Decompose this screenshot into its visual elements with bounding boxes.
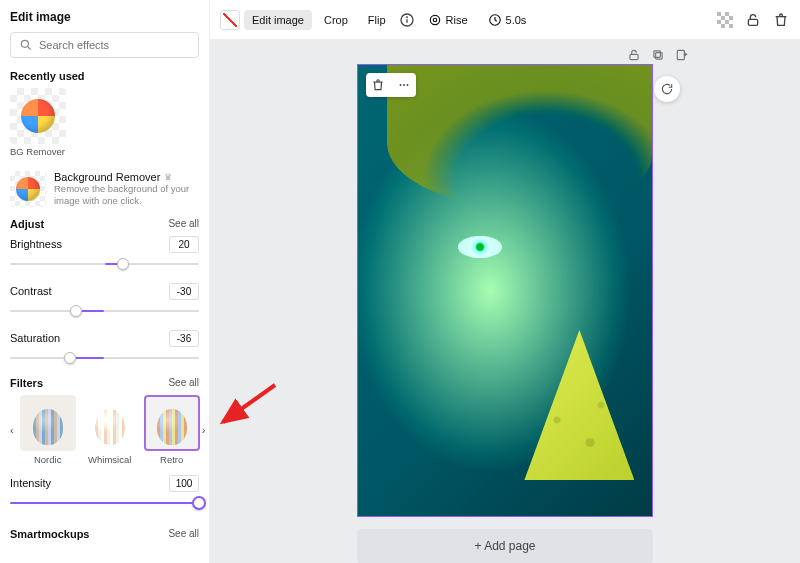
filter-label: Nordic — [20, 454, 76, 465]
filters-strip: ‹ Nordic Whimsical Retro › — [10, 395, 199, 465]
duplicate-page-icon[interactable] — [649, 46, 667, 64]
svg-rect-16 — [729, 24, 733, 28]
color-swatch-none[interactable] — [220, 10, 240, 30]
saturation-slider[interactable]: Saturation-36 — [10, 330, 199, 365]
brightness-value[interactable]: 20 — [169, 236, 199, 253]
image-float-toolbar — [366, 73, 416, 97]
duration-button[interactable]: 5.0s — [480, 9, 535, 31]
filter-retro[interactable]: Retro — [144, 395, 200, 465]
slider-knob[interactable] — [117, 258, 129, 270]
bg-remover-thumb — [10, 88, 66, 144]
filter-nordic[interactable]: Nordic — [20, 395, 76, 465]
balloon-icon — [157, 409, 187, 445]
smartmockups-see-all[interactable]: See all — [168, 528, 199, 539]
refresh-button[interactable] — [654, 76, 680, 102]
add-page-button[interactable]: + Add page — [357, 529, 653, 563]
svg-rect-13 — [717, 20, 721, 24]
duration-label: 5.0s — [506, 14, 527, 26]
svg-line-1 — [28, 47, 31, 50]
svg-point-26 — [407, 84, 409, 86]
animation-label: Rise — [446, 14, 468, 26]
beachball-icon — [16, 177, 40, 201]
slider-knob[interactable] — [192, 496, 206, 510]
page-lock-icon[interactable] — [625, 46, 643, 64]
clock-icon — [488, 13, 502, 27]
svg-rect-21 — [677, 50, 684, 59]
image-content — [358, 65, 652, 516]
brightness-slider[interactable]: Brightness20 — [10, 236, 199, 271]
filters-next-button[interactable]: › — [202, 423, 206, 437]
contrast-value[interactable]: -30 — [169, 283, 199, 300]
svg-point-24 — [400, 84, 402, 86]
animation-icon — [428, 13, 442, 27]
contrast-slider[interactable]: Contrast-30 — [10, 283, 199, 318]
add-page-icon[interactable] — [673, 46, 691, 64]
intensity-value[interactable]: 100 — [169, 475, 199, 492]
adjust-see-all[interactable]: See all — [168, 218, 199, 229]
lock-icon[interactable] — [744, 11, 762, 29]
filters-prev-button[interactable]: ‹ — [10, 423, 14, 437]
edit-image-button[interactable]: Edit image — [244, 10, 312, 30]
panel-title: Edit image — [10, 10, 199, 24]
transparency-icon[interactable] — [716, 11, 734, 29]
image-toolbar: Edit image Crop Flip Rise 5.0s — [210, 0, 800, 40]
more-options-button[interactable] — [396, 77, 412, 93]
bg-remover-title: Background Remover — [54, 171, 160, 183]
balloon-icon — [95, 409, 125, 445]
balloon-icon — [33, 409, 63, 445]
info-icon[interactable] — [398, 11, 416, 29]
page-tools — [625, 46, 691, 64]
search-effects-field[interactable] — [10, 32, 199, 58]
bg-remover-desc: Remove the background of your image with… — [54, 183, 199, 208]
svg-rect-17 — [748, 19, 757, 25]
canvas-area[interactable]: + Add page — [210, 40, 800, 563]
intensity-label: Intensity — [10, 477, 51, 489]
filters-see-all[interactable]: See all — [168, 377, 199, 388]
contrast-label: Contrast — [10, 285, 52, 297]
svg-rect-18 — [630, 54, 638, 59]
slider-knob[interactable] — [64, 352, 76, 364]
recently-used-item[interactable]: BG Remover — [10, 88, 66, 157]
svg-point-0 — [21, 40, 28, 47]
animation-button[interactable]: Rise — [420, 9, 476, 31]
svg-point-6 — [433, 18, 437, 22]
filter-label: Whimsical — [82, 454, 138, 465]
filters-heading: Filters — [10, 377, 43, 389]
slider-knob[interactable] — [70, 305, 82, 317]
recently-used-label: BG Remover — [10, 146, 66, 157]
recently-used-heading: Recently used — [10, 70, 85, 82]
filter-whimsical[interactable]: Whimsical — [82, 395, 138, 465]
svg-rect-10 — [725, 12, 729, 16]
trash-icon[interactable] — [772, 11, 790, 29]
saturation-label: Saturation — [10, 332, 60, 344]
svg-rect-15 — [721, 24, 725, 28]
svg-rect-12 — [729, 16, 733, 20]
adjust-heading: Adjust — [10, 218, 44, 230]
beachball-icon — [21, 99, 55, 133]
intensity-slider[interactable]: Intensity100 — [10, 475, 199, 510]
svg-point-5 — [430, 15, 439, 24]
brightness-label: Brightness — [10, 238, 62, 250]
bg-remover-mini-thumb — [10, 171, 46, 207]
svg-rect-11 — [721, 16, 725, 20]
search-input[interactable] — [39, 39, 190, 51]
delete-image-button[interactable] — [370, 77, 386, 93]
crop-button[interactable]: Crop — [316, 10, 356, 30]
filter-label: Retro — [144, 454, 200, 465]
svg-point-25 — [403, 84, 405, 86]
selected-image[interactable] — [357, 64, 653, 517]
svg-rect-20 — [654, 51, 660, 57]
edit-image-sidebar: Edit image Recently used BG Remover Back… — [0, 0, 210, 563]
search-icon — [19, 38, 33, 52]
saturation-value[interactable]: -36 — [169, 330, 199, 347]
bg-remover-card[interactable]: Background Remover♛ Remove the backgroun… — [10, 171, 199, 208]
main-area: Edit image Crop Flip Rise 5.0s — [210, 0, 800, 563]
svg-point-4 — [406, 17, 407, 18]
flip-button[interactable]: Flip — [360, 10, 394, 30]
svg-rect-9 — [717, 12, 721, 16]
premium-icon: ♛ — [164, 172, 172, 182]
svg-rect-14 — [725, 20, 729, 24]
smartmockups-heading: Smartmockups — [10, 528, 89, 540]
svg-rect-19 — [656, 53, 662, 59]
